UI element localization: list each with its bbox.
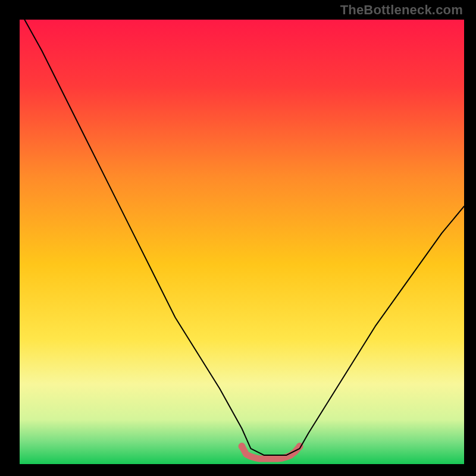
watermark-label: TheBottleneck.com bbox=[340, 2, 463, 18]
main-curve bbox=[20, 20, 464, 455]
bottleneck-endpoint-left bbox=[239, 443, 246, 450]
chart-frame: TheBottleneck.com bbox=[0, 0, 476, 476]
curves-layer bbox=[20, 20, 464, 464]
plot-area bbox=[20, 20, 464, 464]
